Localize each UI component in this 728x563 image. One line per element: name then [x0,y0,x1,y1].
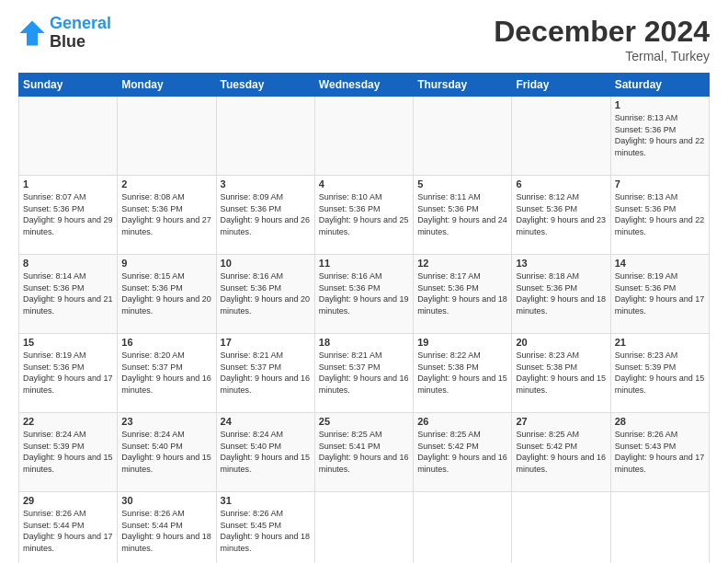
day-cell: 14 Sunrise: 8:19 AMSunset: 5:36 PMDaylig… [610,255,709,334]
day-cell: 19 Sunrise: 8:22 AMSunset: 5:38 PMDaylig… [414,334,512,413]
day-cell: 6 Sunrise: 8:12 AMSunset: 5:36 PMDayligh… [512,176,610,255]
day-info: Sunrise: 8:25 AMSunset: 5:42 PMDaylight:… [516,429,606,475]
svg-marker-0 [20,20,45,45]
day-info: Sunrise: 8:13 AMSunset: 5:36 PMDaylight:… [615,112,705,158]
day-cell: 4 Sunrise: 8:10 AMSunset: 5:36 PMDayligh… [314,176,413,255]
day-cell: 15 Sunrise: 8:19 AMSunset: 5:36 PMDaylig… [19,334,118,413]
day-number: 26 [417,416,507,427]
day-cell: 7 Sunrise: 8:13 AMSunset: 5:36 PMDayligh… [610,176,709,255]
day-info: Sunrise: 8:26 AMSunset: 5:45 PMDaylight:… [221,508,311,554]
day-number: 27 [516,416,606,427]
day-cell: 11 Sunrise: 8:16 AMSunset: 5:36 PMDaylig… [314,255,413,334]
day-number: 22 [23,416,113,427]
day-number: 23 [121,416,211,427]
day-info: Sunrise: 8:26 AMSunset: 5:44 PMDaylight:… [23,508,113,554]
day-cell: 23 Sunrise: 8:24 AMSunset: 5:40 PMDaylig… [118,413,216,492]
day-info: Sunrise: 8:16 AMSunset: 5:36 PMDaylight:… [221,270,311,316]
day-cell: 26 Sunrise: 8:25 AMSunset: 5:42 PMDaylig… [414,413,512,492]
day-info: Sunrise: 8:11 AMSunset: 5:36 PMDaylight:… [417,191,507,237]
day-cell: 5 Sunrise: 8:11 AMSunset: 5:36 PMDayligh… [414,176,512,255]
day-cell [19,97,118,176]
week-row-2: 8 Sunrise: 8:14 AMSunset: 5:36 PMDayligh… [19,255,710,334]
day-info: Sunrise: 8:22 AMSunset: 5:38 PMDaylight:… [417,350,507,396]
day-info: Sunrise: 8:26 AMSunset: 5:44 PMDaylight:… [121,508,211,554]
day-number: 18 [319,337,409,348]
day-number: 11 [319,258,409,269]
day-cell: 27 Sunrise: 8:25 AMSunset: 5:42 PMDaylig… [512,413,610,492]
day-info: Sunrise: 8:19 AMSunset: 5:36 PMDaylight:… [23,350,113,396]
col-wednesday: Wednesday [314,74,413,97]
day-info: Sunrise: 8:08 AMSunset: 5:36 PMDaylight:… [121,191,211,237]
title-block: December 2024 Termal, Turkey [494,15,710,63]
day-cell: 10 Sunrise: 8:16 AMSunset: 5:36 PMDaylig… [216,255,314,334]
day-cell [118,97,216,176]
day-number: 14 [615,258,705,269]
header-row: Sunday Monday Tuesday Wednesday Thursday… [19,74,710,97]
day-info: Sunrise: 8:13 AMSunset: 5:36 PMDaylight:… [615,191,705,237]
day-number: 5 [417,178,507,190]
day-cell: 9 Sunrise: 8:15 AMSunset: 5:36 PMDayligh… [118,255,216,334]
page: General Blue December 2024 Termal, Turke… [0,0,728,563]
header: General Blue December 2024 Termal, Turke… [18,15,710,63]
day-number: 21 [615,337,705,348]
day-number: 20 [516,337,606,348]
calendar: Sunday Monday Tuesday Wednesday Thursday… [18,73,710,563]
day-number: 6 [516,178,606,190]
day-number: 30 [121,495,211,506]
day-cell: 31 Sunrise: 8:26 AMSunset: 5:45 PMDaylig… [216,492,314,564]
day-info: Sunrise: 8:16 AMSunset: 5:36 PMDaylight:… [319,270,409,316]
day-info: Sunrise: 8:25 AMSunset: 5:42 PMDaylight:… [417,429,507,475]
day-info: Sunrise: 8:10 AMSunset: 5:36 PMDaylight:… [319,191,409,237]
location: Termal, Turkey [494,49,710,63]
day-number: 3 [221,178,311,190]
day-info: Sunrise: 8:14 AMSunset: 5:36 PMDaylight:… [23,270,113,316]
day-number: 16 [121,337,211,348]
day-cell: 22 Sunrise: 8:24 AMSunset: 5:39 PMDaylig… [19,413,118,492]
day-number: 1 [23,178,113,190]
day-info: Sunrise: 8:09 AMSunset: 5:36 PMDaylight:… [221,191,311,237]
day-cell: 8 Sunrise: 8:14 AMSunset: 5:36 PMDayligh… [19,255,118,334]
day-info: Sunrise: 8:15 AMSunset: 5:36 PMDaylight:… [121,270,211,316]
day-number: 8 [23,258,113,269]
week-row-1: 1 Sunrise: 8:07 AMSunset: 5:36 PMDayligh… [19,176,710,255]
day-cell: 20 Sunrise: 8:23 AMSunset: 5:38 PMDaylig… [512,334,610,413]
day-info: Sunrise: 8:25 AMSunset: 5:41 PMDaylight:… [319,429,409,475]
day-number: 28 [615,416,705,427]
day-info: Sunrise: 8:24 AMSunset: 5:40 PMDaylight:… [221,429,311,475]
day-info: Sunrise: 8:19 AMSunset: 5:36 PMDaylight:… [615,270,705,316]
calendar-body: 1 Sunrise: 8:13 AMSunset: 5:36 PMDayligh… [19,97,710,564]
day-number: 9 [121,258,211,269]
day-info: Sunrise: 8:23 AMSunset: 5:39 PMDaylight:… [615,350,705,396]
day-cell [512,492,610,564]
day-cell: 21 Sunrise: 8:23 AMSunset: 5:39 PMDaylig… [610,334,709,413]
day-number: 13 [516,258,606,269]
day-number: 15 [23,337,113,348]
day-cell [512,97,610,176]
day-info: Sunrise: 8:24 AMSunset: 5:39 PMDaylight:… [23,429,113,475]
day-cell [216,97,314,176]
day-info: Sunrise: 8:26 AMSunset: 5:43 PMDaylight:… [615,429,705,475]
day-number: 29 [23,495,113,506]
logo: General Blue [18,15,111,52]
day-cell: 13 Sunrise: 8:18 AMSunset: 5:36 PMDaylig… [512,255,610,334]
month-title: December 2024 [494,15,710,49]
day-cell: 30 Sunrise: 8:26 AMSunset: 5:44 PMDaylig… [118,492,216,564]
day-info: Sunrise: 8:18 AMSunset: 5:36 PMDaylight:… [516,270,606,316]
col-thursday: Thursday [414,74,512,97]
day-cell [414,97,512,176]
calendar-table: Sunday Monday Tuesday Wednesday Thursday… [18,73,710,563]
day-number: 19 [417,337,507,348]
day-cell [414,492,512,564]
day-info: Sunrise: 8:20 AMSunset: 5:37 PMDaylight:… [121,350,211,396]
logo-text: General Blue [50,15,111,52]
day-cell: 16 Sunrise: 8:20 AMSunset: 5:37 PMDaylig… [118,334,216,413]
week-row-4: 22 Sunrise: 8:24 AMSunset: 5:39 PMDaylig… [19,413,710,492]
day-number: 12 [417,258,507,269]
day-info: Sunrise: 8:21 AMSunset: 5:37 PMDaylight:… [319,350,409,396]
day-number: 7 [615,178,705,190]
col-saturday: Saturday [610,74,709,97]
day-cell: 29 Sunrise: 8:26 AMSunset: 5:44 PMDaylig… [19,492,118,564]
day-cell: 1 Sunrise: 8:07 AMSunset: 5:36 PMDayligh… [19,176,118,255]
day-cell [314,97,413,176]
day-cell: 25 Sunrise: 8:25 AMSunset: 5:41 PMDaylig… [314,413,413,492]
